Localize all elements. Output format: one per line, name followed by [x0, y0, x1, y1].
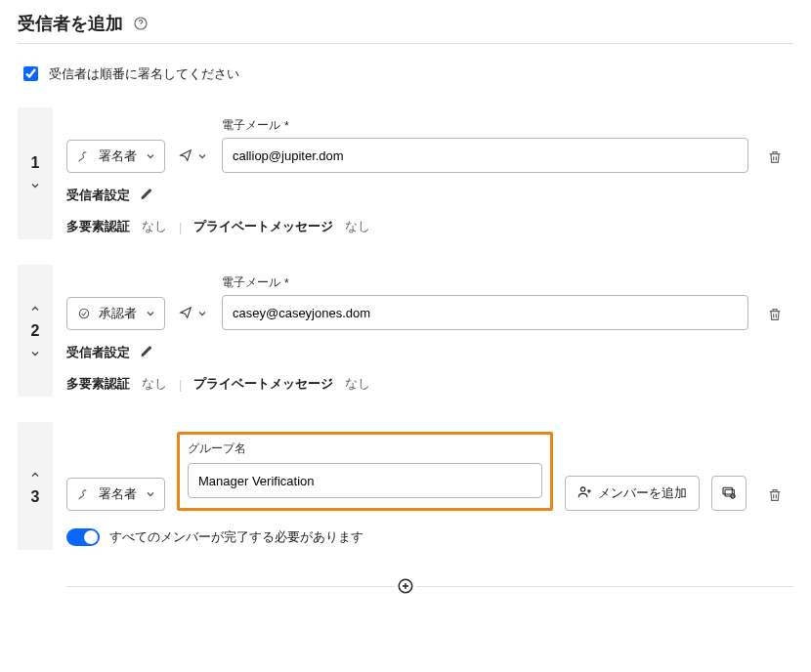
send-icon	[179, 148, 192, 165]
sequential-sign-checkbox-row[interactable]: 受信者は順番に署名してください	[20, 63, 793, 84]
pencil-icon	[140, 189, 153, 204]
all-must-complete-toggle[interactable]	[66, 528, 100, 546]
role-label: 承認者	[99, 305, 137, 322]
delete-recipient-button[interactable]	[760, 482, 790, 511]
move-down-icon[interactable]	[27, 346, 43, 361]
group-settings-button[interactable]	[711, 476, 747, 511]
order-number: 2	[31, 322, 40, 340]
role-label: 署名者	[99, 485, 137, 503]
mfa-label: 多要素認証	[66, 218, 130, 235]
separator: |	[179, 377, 182, 392]
separator: |	[179, 220, 182, 234]
chevron-down-icon	[145, 488, 156, 500]
approver-icon	[77, 307, 91, 320]
move-down-icon[interactable]	[27, 178, 43, 193]
svg-point-1	[141, 26, 142, 27]
recipient-row: 1 署名者	[18, 107, 793, 239]
required-indicator: *	[284, 276, 289, 290]
trash-icon	[767, 307, 783, 325]
add-member-button[interactable]: メンバーを追加	[565, 476, 700, 511]
mfa-label: 多要素認証	[66, 375, 130, 393]
role-select[interactable]: 署名者	[66, 478, 165, 511]
svg-rect-5	[725, 489, 734, 496]
add-recipient-button[interactable]	[395, 575, 416, 597]
group-name-label: グループ名	[188, 441, 246, 457]
recipient-settings-label: 受信者設定	[66, 344, 130, 361]
delivery-method-select[interactable]	[175, 140, 212, 173]
order-handle[interactable]: 2	[18, 265, 53, 397]
role-select[interactable]: 署名者	[66, 140, 165, 173]
private-message-value: なし	[345, 375, 370, 393]
recipient-row: 2 承認者	[18, 265, 793, 397]
chevron-down-icon	[196, 308, 208, 319]
email-label: 電子メール	[222, 117, 280, 134]
role-label: 署名者	[99, 147, 137, 165]
svg-point-2	[79, 309, 88, 317]
all-must-complete-label: すべてのメンバーが完了する必要があります	[109, 528, 363, 546]
edit-settings-button[interactable]	[140, 345, 153, 361]
delivery-method-select[interactable]	[175, 297, 212, 330]
required-indicator: *	[284, 119, 289, 133]
email-label: 電子メール	[222, 274, 280, 291]
send-icon	[179, 306, 192, 322]
signer-icon	[77, 487, 91, 501]
private-message-label: プライベートメッセージ	[193, 218, 333, 235]
private-message-value: なし	[345, 218, 370, 235]
trash-icon	[767, 149, 783, 168]
chevron-down-icon	[145, 150, 156, 162]
order-number: 3	[31, 488, 40, 506]
recipient-group-row: 3 署名者 グループ名	[18, 422, 793, 550]
move-up-icon[interactable]	[27, 301, 43, 316]
group-name-highlight: グループ名	[177, 432, 553, 511]
chevron-down-icon	[145, 308, 156, 319]
add-member-label: メンバーを追加	[598, 484, 687, 502]
order-number: 1	[31, 154, 40, 172]
chevron-down-icon	[196, 150, 208, 162]
delete-recipient-button[interactable]	[760, 301, 790, 330]
role-select[interactable]: 承認者	[66, 297, 165, 330]
help-icon[interactable]	[133, 16, 149, 31]
svg-point-3	[580, 487, 584, 491]
private-message-label: プライベートメッセージ	[193, 375, 333, 393]
svg-rect-4	[723, 487, 732, 494]
email-input[interactable]	[222, 138, 748, 173]
sequential-sign-label: 受信者は順番に署名してください	[49, 65, 239, 83]
email-input[interactable]	[222, 295, 748, 330]
trash-icon	[767, 487, 783, 506]
page-title: 受信者を追加	[18, 12, 123, 35]
edit-settings-button[interactable]	[140, 188, 153, 204]
signer-icon	[77, 149, 91, 163]
group-name-input[interactable]	[188, 463, 542, 498]
pencil-icon	[140, 347, 153, 361]
move-up-icon[interactable]	[27, 467, 43, 483]
sequential-sign-checkbox[interactable]	[23, 66, 38, 81]
recipient-settings-label: 受信者設定	[66, 187, 130, 204]
plus-circle-icon	[397, 577, 414, 595]
order-handle[interactable]: 1	[18, 107, 53, 239]
delete-recipient-button[interactable]	[760, 144, 790, 173]
group-gear-icon	[721, 484, 737, 503]
mfa-value: なし	[142, 218, 167, 235]
add-user-icon	[577, 484, 592, 502]
mfa-value: なし	[142, 375, 167, 393]
order-handle[interactable]: 3	[18, 422, 53, 550]
